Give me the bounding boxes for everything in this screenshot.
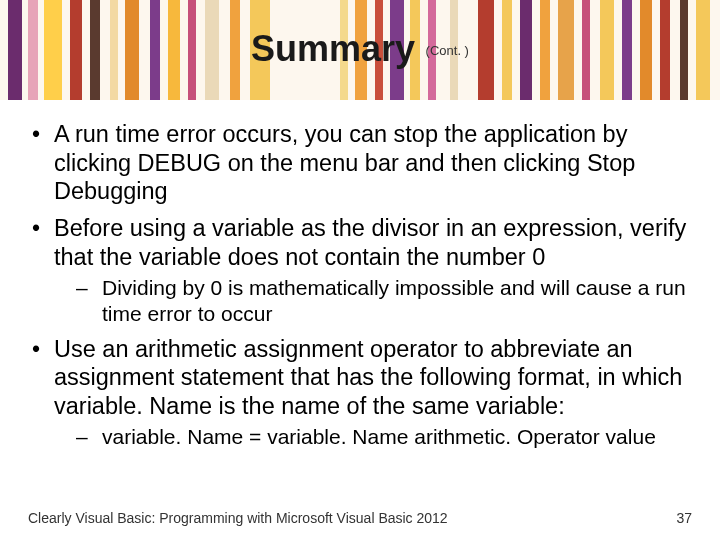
sub-item: Dividing by 0 is mathematically impossib…	[54, 275, 692, 326]
footer-text: Clearly Visual Basic: Programming with M…	[28, 510, 448, 526]
slide: Summary (Cont. ) A run time error occurs…	[0, 0, 720, 540]
bullet-text: Before using a variable as the divisor i…	[54, 215, 686, 270]
page-number: 37	[676, 510, 692, 526]
sub-item: variable. Name = variable. Name arithmet…	[54, 424, 692, 450]
bullet-text: Use an arithmetic assignment operator to…	[54, 336, 682, 419]
sub-text: Dividing by 0 is mathematically impossib…	[102, 276, 686, 325]
title-area: Summary (Cont. )	[0, 28, 720, 70]
content-area: A run time error occurs, you can stop th…	[28, 120, 692, 458]
slide-title: Summary	[251, 28, 415, 69]
sub-list: variable. Name = variable. Name arithmet…	[54, 424, 692, 450]
bullet-item: Use an arithmetic assignment operator to…	[28, 335, 692, 451]
bullet-item: A run time error occurs, you can stop th…	[28, 120, 692, 206]
footer: Clearly Visual Basic: Programming with M…	[28, 510, 692, 526]
bullet-text: A run time error occurs, you can stop th…	[54, 121, 635, 204]
sub-text: variable. Name = variable. Name arithmet…	[102, 425, 656, 448]
sub-list: Dividing by 0 is mathematically impossib…	[54, 275, 692, 326]
bullet-list: A run time error occurs, you can stop th…	[28, 120, 692, 450]
bullet-item: Before using a variable as the divisor i…	[28, 214, 692, 327]
title-cont: (Cont. )	[426, 43, 469, 58]
